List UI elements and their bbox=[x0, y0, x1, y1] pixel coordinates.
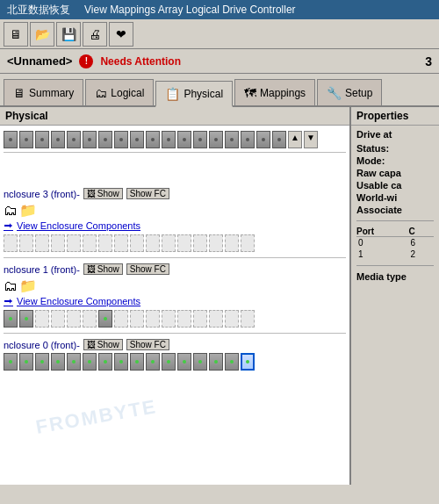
drive-empty[interactable] bbox=[209, 234, 223, 252]
drive-empty[interactable] bbox=[114, 234, 128, 252]
drive-0-11[interactable] bbox=[162, 353, 176, 371]
panel-body: ▲ ▼ nclosure 3 (front)- 🖼 Show Show FC bbox=[0, 126, 349, 485]
tab-physical[interactable]: 📋 Physical bbox=[155, 81, 233, 107]
drive-empty-4[interactable] bbox=[83, 310, 97, 328]
drive-icon[interactable] bbox=[51, 131, 65, 148]
drive-icon[interactable] bbox=[162, 131, 176, 148]
drive-empty[interactable] bbox=[193, 234, 207, 252]
drive-icon[interactable] bbox=[241, 131, 255, 148]
drive-empty-9[interactable] bbox=[177, 310, 191, 328]
drive-icon[interactable] bbox=[98, 131, 112, 148]
show-icon-1: 🖼 bbox=[87, 264, 96, 274]
drive-empty[interactable] bbox=[162, 234, 176, 252]
drive-0-14[interactable] bbox=[209, 353, 223, 371]
drive-empty-5[interactable] bbox=[114, 310, 128, 328]
drive-icon-c3[interactable] bbox=[98, 310, 112, 328]
drive-empty-2[interactable] bbox=[51, 310, 65, 328]
drive-0-8[interactable] bbox=[114, 353, 128, 371]
drive-empty-1[interactable] bbox=[35, 310, 49, 328]
expand-indicator: 3 bbox=[425, 54, 432, 68]
drive-icon[interactable] bbox=[19, 131, 33, 148]
drive-icon[interactable] bbox=[35, 131, 49, 148]
drive-0-6[interactable] bbox=[83, 353, 97, 371]
properties-body: Drive at Status: Mode: Raw capa Usable c… bbox=[351, 126, 439, 485]
enclosure-0-show-fc-btn[interactable]: Show FC bbox=[126, 339, 169, 350]
drive-empty-12[interactable] bbox=[225, 310, 239, 328]
drive-icon[interactable] bbox=[114, 131, 128, 148]
main-content: Physical bbox=[0, 107, 439, 485]
drive-0-4[interactable] bbox=[51, 353, 65, 371]
view-enclosure-1-link[interactable]: ⮕ View Enclosure Components bbox=[4, 296, 346, 306]
drive-0-12[interactable] bbox=[177, 353, 191, 371]
mode-row: Mode: bbox=[356, 155, 434, 166]
view-enclosure-3-link[interactable]: ⮕ View Enclosure Components bbox=[4, 220, 346, 231]
drive-empty-3[interactable] bbox=[67, 310, 81, 328]
drive-empty-10[interactable] bbox=[193, 310, 207, 328]
drive-empty-13[interactable] bbox=[241, 310, 255, 328]
drive-0-15[interactable] bbox=[225, 353, 239, 371]
drive-empty[interactable] bbox=[146, 234, 160, 252]
drive-empty[interactable] bbox=[130, 234, 144, 252]
drive-0-10[interactable] bbox=[146, 353, 160, 371]
drive-empty-11[interactable] bbox=[209, 310, 223, 328]
scroll-up[interactable]: ▲ bbox=[288, 131, 302, 148]
tab-setup[interactable]: 🔧 Setup bbox=[317, 79, 382, 105]
drive-icon[interactable] bbox=[130, 131, 144, 148]
drive-icon[interactable] bbox=[193, 131, 207, 148]
drive-empty[interactable] bbox=[67, 234, 81, 252]
setup-icon: 🔧 bbox=[327, 86, 342, 100]
drive-0-2[interactable] bbox=[19, 353, 33, 371]
drive-empty[interactable] bbox=[51, 234, 65, 252]
drive-0-13[interactable] bbox=[193, 353, 207, 371]
drive-empty[interactable] bbox=[4, 234, 18, 252]
port-0-val: 6 bbox=[409, 237, 434, 249]
drive-empty-7[interactable] bbox=[146, 310, 160, 328]
drive-0-5[interactable] bbox=[67, 353, 81, 371]
drive-empty[interactable] bbox=[225, 234, 239, 252]
enclosure-3-show-fc-btn[interactable]: Show FC bbox=[126, 188, 169, 199]
drive-empty[interactable] bbox=[83, 234, 97, 252]
enclosure-3-drives bbox=[4, 234, 346, 252]
drive-empty[interactable] bbox=[241, 234, 255, 252]
tab-summary[interactable]: 🖥 Summary bbox=[4, 79, 83, 105]
enclosure-3-show-btn[interactable]: 🖼 Show bbox=[83, 188, 123, 199]
drive-0-7[interactable] bbox=[98, 353, 112, 371]
enclosure-1-show-fc-btn[interactable]: Show FC bbox=[126, 263, 169, 275]
drive-icon-c2[interactable] bbox=[19, 310, 33, 328]
drive-0-3[interactable] bbox=[35, 353, 49, 371]
drive-icon[interactable] bbox=[225, 131, 239, 148]
drive-empty-6[interactable] bbox=[130, 310, 144, 328]
toolbar-btn-2[interactable]: 📂 bbox=[30, 22, 54, 47]
show-icon: 🖼 bbox=[87, 189, 96, 198]
enclosure-0-show-btn[interactable]: 🖼 Show bbox=[83, 339, 123, 350]
drive-icon[interactable] bbox=[256, 131, 270, 148]
drive-icon[interactable] bbox=[4, 131, 18, 148]
tab-logical[interactable]: 🗂 Logical bbox=[85, 79, 154, 105]
tab-mappings[interactable]: 🗺 Mappings bbox=[234, 79, 315, 105]
drive-0-9[interactable] bbox=[130, 353, 144, 371]
drive-empty[interactable] bbox=[35, 234, 49, 252]
drive-icon-c1[interactable] bbox=[4, 310, 18, 328]
drive-icon[interactable] bbox=[177, 131, 191, 148]
enclosure-1-show-btn[interactable]: 🖼 Show bbox=[83, 263, 123, 275]
scroll-down[interactable]: ▼ bbox=[304, 131, 318, 148]
toolbar-btn-5[interactable]: ❤ bbox=[109, 22, 133, 47]
drive-empty[interactable] bbox=[177, 234, 191, 252]
toolbar-btn-4[interactable]: 🖨 bbox=[83, 22, 107, 47]
drive-empty[interactable] bbox=[98, 234, 112, 252]
prop-divider bbox=[356, 220, 434, 221]
enclosure-1: nclosure 1 (front)- 🖼 Show Show FC 🗂 📁 ⮕ bbox=[4, 263, 346, 328]
enclosure-1-title: nclosure 1 (front)- bbox=[4, 264, 80, 275]
drive-icon[interactable] bbox=[272, 131, 286, 148]
drive-0-selected[interactable] bbox=[241, 353, 255, 371]
drive-icon[interactable] bbox=[83, 131, 97, 148]
drive-icon[interactable] bbox=[146, 131, 160, 148]
drive-icon[interactable] bbox=[209, 131, 223, 148]
drive-empty-8[interactable] bbox=[162, 310, 176, 328]
drive-0-1[interactable] bbox=[4, 353, 18, 371]
toolbar-btn-1[interactable]: 🖥 bbox=[4, 22, 28, 47]
drive-icon[interactable] bbox=[67, 131, 81, 148]
drive-empty[interactable] bbox=[19, 234, 33, 252]
toolbar-btn-3[interactable]: 💾 bbox=[56, 22, 81, 47]
left-panel: Physical bbox=[0, 107, 351, 485]
